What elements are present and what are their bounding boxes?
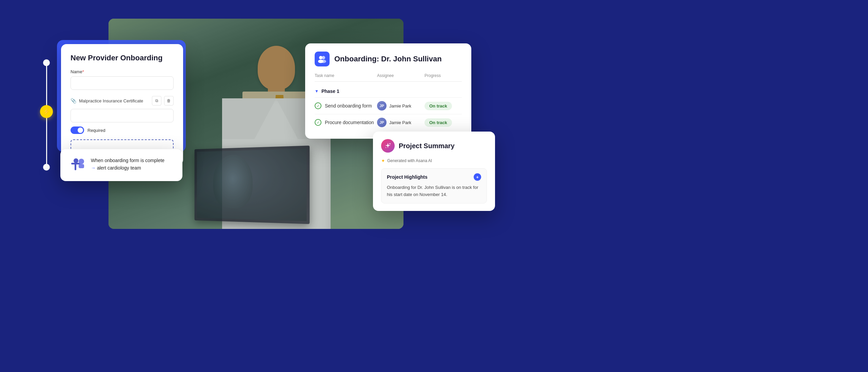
task-table-header: Task name Assignee Progress (315, 73, 462, 82)
task-card-icon (315, 52, 330, 66)
attachment-label: Malpractice Insurance Certificate (79, 98, 149, 103)
teams-card: When onboarding form is complete → alert… (60, 149, 182, 181)
highlights-badge[interactable]: + (474, 173, 481, 181)
copy-attachment-button[interactable]: ⧉ (152, 96, 161, 105)
check-circle-1: ✓ (315, 102, 321, 109)
check-circle-2: ✓ (315, 119, 321, 126)
table-row: ✓ Send onboarding form JP Jamie Park On … (315, 97, 462, 114)
connector-dot-bottom (43, 164, 50, 171)
delete-attachment-button[interactable]: 🗑 (164, 96, 174, 105)
lightning-badge: ⚡ (40, 105, 53, 118)
toggle-label: Required (87, 128, 105, 133)
form-card-title: New Provider Onboarding (71, 54, 174, 62)
teams-text: When onboarding form is complete → alert… (91, 157, 164, 172)
teams-svg-icon (68, 157, 85, 174)
col-assignee: Assignee (377, 73, 425, 78)
summary-card: Project Summary ✦ Generated with Asana A… (373, 132, 495, 211)
task-name-2: ✓ Procure documentation (315, 119, 377, 126)
svg-point-3 (79, 159, 84, 164)
summary-inner: Project Highlights + Onboarding for Dr. … (381, 168, 487, 203)
progress-badge-2: On track (425, 118, 462, 127)
progress-badge-1: On track (425, 102, 462, 110)
name-field-label: Name* (71, 69, 174, 74)
svg-point-7 (322, 56, 325, 59)
ai-star-icon: ✦ (381, 158, 385, 163)
svg-point-10 (389, 143, 391, 144)
phase-chevron-icon: ▼ (315, 89, 319, 94)
summary-header: Project Summary (381, 139, 487, 153)
col-progress: Progress (425, 73, 462, 78)
phase-label: Phase 1 (321, 89, 339, 94)
sparkle-icon (384, 142, 392, 150)
task-card-title: Onboarding: Dr. John Sullivan (334, 55, 442, 63)
attachment-input[interactable] (71, 109, 174, 122)
ai-badge: ✦ Generated with Asana AI (381, 158, 487, 163)
attachment-row: 📎 Malpractice Insurance Certificate ⧉ 🗑 (71, 96, 174, 105)
summary-icon (381, 139, 395, 153)
on-track-badge-2: On track (425, 118, 452, 127)
connector-dot-top (43, 59, 50, 66)
assignee-1: JP Jamie Park (377, 101, 425, 111)
attachment-icon: 📎 (71, 98, 76, 103)
table-row: ✓ Procure documentation JP Jamie Park On… (315, 114, 462, 131)
attachment-actions: ⧉ 🗑 (152, 96, 174, 105)
ai-label: Generated with Asana AI (387, 158, 432, 163)
toggle-row: Required (71, 126, 174, 134)
task-card-header: Onboarding: Dr. John Sullivan (315, 52, 462, 66)
name-input[interactable] (71, 76, 174, 90)
avatar-1: JP (377, 101, 387, 111)
svg-point-11 (386, 147, 387, 148)
required-toggle[interactable] (71, 126, 84, 134)
col-task-name: Task name (315, 73, 377, 78)
highlights-text: Onboarding for Dr. John Sullivan is on t… (387, 184, 481, 198)
highlights-title: Project Highlights (387, 174, 428, 180)
svg-rect-4 (79, 164, 84, 168)
svg-rect-2 (75, 163, 76, 170)
people-icon (318, 55, 327, 63)
on-track-badge-1: On track (425, 102, 452, 110)
teams-icon (68, 157, 85, 174)
form-card: New Provider Onboarding Name* 📎 Malpract… (61, 44, 183, 165)
highlights-header: Project Highlights + (387, 173, 481, 181)
summary-title: Project Summary (399, 142, 455, 150)
assignee-2: JP Jamie Park (377, 118, 425, 127)
task-name-1: ✓ Send onboarding form (315, 102, 377, 109)
svg-point-5 (74, 158, 78, 163)
svg-point-9 (321, 60, 326, 63)
phase-row: ▼ Phase 1 (315, 85, 462, 97)
lightning-icon: ⚡ (43, 108, 50, 115)
task-card: Onboarding: Dr. John Sullivan Task name … (305, 43, 471, 139)
avatar-2: JP (377, 118, 387, 127)
